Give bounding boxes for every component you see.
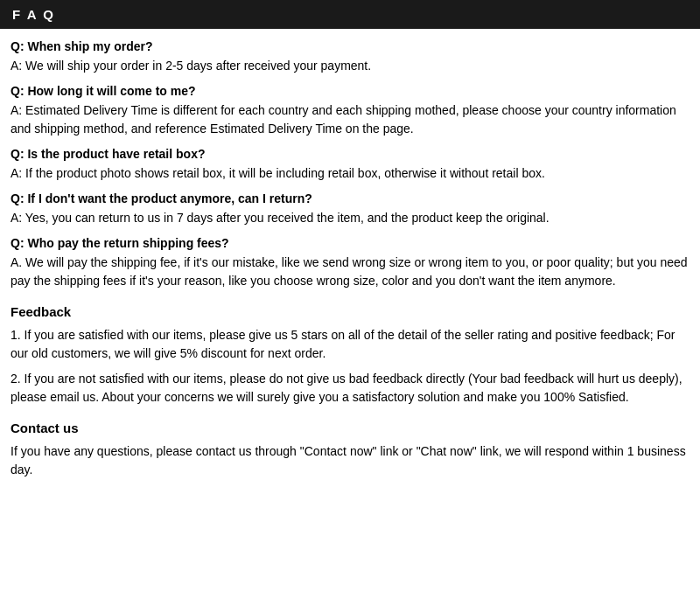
faq-title: F A Q: [12, 7, 55, 22]
faq-answer-q4: A: Yes, you can return to us in 7 days a…: [10, 209, 690, 227]
faq-item-q2: Q: How long it will come to me?A: Estima…: [10, 84, 690, 138]
faq-list: Q: When ship my order?A: We will ship yo…: [10, 39, 690, 290]
faq-item-q1: Q: When ship my order?A: We will ship yo…: [10, 39, 690, 75]
faq-item-q3: Q: Is the product have retail box?A: If …: [10, 147, 690, 183]
faq-item-q5: Q: Who pay the return shipping fees?A. W…: [10, 236, 690, 290]
feedback-title: Feedback: [10, 304, 690, 319]
faq-answer-q3: A: If the product photo shows retail box…: [10, 164, 690, 183]
feedback-item-1: 1. If you are satisfied with our items, …: [10, 326, 690, 363]
contact-title: Contact us: [10, 421, 690, 435]
faq-answer-q1: A: We will ship your order in 2-5 days a…: [10, 57, 690, 75]
faq-answer-q5: A. We will pay the shipping fee, if it's…: [10, 254, 690, 290]
faq-item-q4: Q: If I don't want the product anymore, …: [10, 191, 690, 227]
feedback-list: 1. If you are satisfied with our items, …: [10, 326, 690, 407]
faq-question-q3: Q: Is the product have retail box?: [10, 147, 690, 161]
contact-text: If you have any questions, please contac…: [10, 442, 690, 479]
feedback-item-2: 2. If you are not satisfied with our ite…: [10, 370, 690, 407]
faq-question-q2: Q: How long it will come to me?: [10, 84, 690, 98]
faq-header: F A Q: [0, 0, 700, 29]
faq-question-q4: Q: If I don't want the product anymore, …: [10, 191, 690, 205]
faq-question-q5: Q: Who pay the return shipping fees?: [10, 236, 690, 250]
faq-answer-q2: A: Estimated Delivery Time is different …: [10, 101, 690, 138]
faq-question-q1: Q: When ship my order?: [10, 39, 690, 53]
main-content: Q: When ship my order?A: We will ship yo…: [0, 39, 700, 497]
